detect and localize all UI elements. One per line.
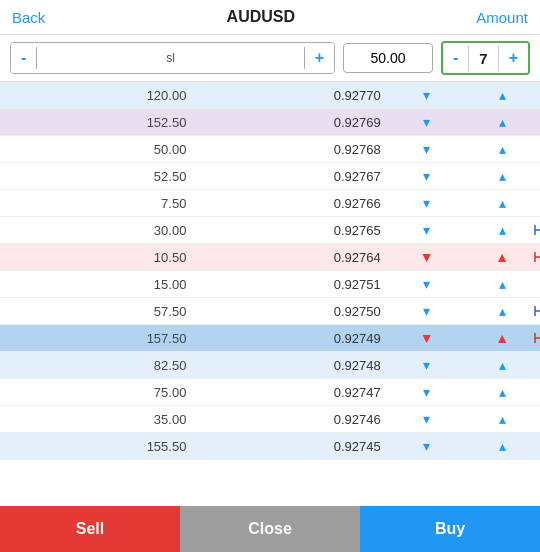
amount-cell: 50.00 [0, 136, 194, 163]
sl-plus-button[interactable]: + [305, 43, 334, 73]
page-title: AUDUSD [227, 8, 295, 26]
amount-value: 7 [468, 46, 498, 71]
up-arrow-cell[interactable]: ▴ [464, 136, 540, 163]
up-arrow-cell[interactable]: ▴ [464, 352, 540, 379]
table-row: 152.50 0.92769 ▾ ▴ [0, 109, 540, 136]
up-arrow-cell[interactable]: ▴ [464, 190, 540, 217]
table-row: 82.50 0.92748 ▾ ▴ [0, 352, 540, 379]
price-cell: 0.92748 [194, 352, 388, 379]
price-cell: 0.92764 [194, 244, 388, 271]
table-row: 15.00 0.92751 ▾ ▴ [0, 271, 540, 298]
price-cell: 0.92746 [194, 406, 388, 433]
price-cell: 0.92751 [194, 271, 388, 298]
table-row: 155.50 0.92745 ▾ ▴ [0, 433, 540, 460]
table-row: 50.00 0.92768 ▾ ▴ [0, 136, 540, 163]
price-cell: 0.92768 [194, 136, 388, 163]
down-arrow-cell[interactable]: ▼ [389, 244, 465, 271]
price-cell: 0.92770 [194, 82, 388, 109]
content-area: 120.00 0.92770 ▾ ▴ 152.50 0.92769 ▾ ▴ 50… [0, 82, 540, 510]
table-row: 157.50 0.92749 ▼ ▲ [0, 325, 540, 352]
up-arrow-cell[interactable]: ▴ [464, 82, 540, 109]
price-table: 120.00 0.92770 ▾ ▴ 152.50 0.92769 ▾ ▴ 50… [0, 82, 540, 460]
table-row: 57.50 0.92750 ▾ ▴ [0, 298, 540, 325]
sl-minus-button[interactable]: - [11, 43, 36, 73]
down-arrow-cell[interactable]: ▾ [389, 163, 465, 190]
table-row: 10.50 0.92764 ▼ ▲ [0, 244, 540, 271]
table-row: 30.00 0.92765 ▾ ▴ [0, 217, 540, 244]
amount-cell: 157.50 [0, 325, 194, 352]
down-arrow-cell[interactable]: ▾ [389, 406, 465, 433]
up-arrow-cell[interactable]: ▴ [464, 379, 540, 406]
amount-control: - 7 + [441, 41, 530, 75]
amount-cell: 155.50 [0, 433, 194, 460]
price-cell: 0.92750 [194, 298, 388, 325]
table-row: 52.50 0.92767 ▾ ▴ [0, 163, 540, 190]
amount-cell: 10.50 [0, 244, 194, 271]
table-row: 7.50 0.92766 ▾ ▴ [0, 190, 540, 217]
price-cell: 0.92767 [194, 163, 388, 190]
down-arrow-cell[interactable]: ▼ [389, 325, 465, 352]
down-arrow-cell[interactable]: ▾ [389, 379, 465, 406]
amount-cell: 35.00 [0, 406, 194, 433]
price-cell: 0.92769 [194, 109, 388, 136]
down-arrow-cell[interactable]: ▾ [389, 136, 465, 163]
price-cell: 0.92747 [194, 379, 388, 406]
footer: Sell Close Buy [0, 506, 540, 552]
amount-cell: 30.00 [0, 217, 194, 244]
up-arrow-cell[interactable]: ▲ [464, 244, 540, 271]
amount-link[interactable]: Amount [476, 9, 528, 26]
up-arrow-cell[interactable]: ▴ [464, 109, 540, 136]
up-arrow-cell[interactable]: ▴ [464, 406, 540, 433]
price-cell: 0.92749 [194, 325, 388, 352]
amount-plus-button[interactable]: + [499, 43, 528, 73]
down-arrow-cell[interactable]: ▾ [389, 217, 465, 244]
down-arrow-cell[interactable]: ▾ [389, 298, 465, 325]
down-arrow-cell[interactable]: ▾ [389, 433, 465, 460]
down-arrow-cell[interactable]: ▾ [389, 352, 465, 379]
table-row: 35.00 0.92746 ▾ ▴ [0, 406, 540, 433]
amount-minus-button[interactable]: - [443, 43, 468, 73]
close-button[interactable]: Close [180, 506, 360, 552]
price-cell: 0.92766 [194, 190, 388, 217]
sl-control: - sl + [10, 42, 335, 74]
down-arrow-cell[interactable]: ▾ [389, 190, 465, 217]
controls-row: - sl + - 7 + [0, 35, 540, 82]
back-button[interactable]: Back [12, 9, 45, 26]
amount-cell: 52.50 [0, 163, 194, 190]
amount-cell: 7.50 [0, 190, 194, 217]
price-cell: 0.92745 [194, 433, 388, 460]
amount-cell: 152.50 [0, 109, 194, 136]
price-input[interactable] [343, 43, 433, 73]
up-arrow-cell[interactable]: ▴ [464, 217, 540, 244]
down-arrow-cell[interactable]: ▾ [389, 271, 465, 298]
up-arrow-cell[interactable]: ▲ [464, 325, 540, 352]
up-arrow-cell[interactable]: ▴ [464, 163, 540, 190]
table-row: 75.00 0.92747 ▾ ▴ [0, 379, 540, 406]
header: Back AUDUSD Amount [0, 0, 540, 35]
price-cell: 0.92765 [194, 217, 388, 244]
up-arrow-cell[interactable]: ▴ [464, 298, 540, 325]
down-arrow-cell[interactable]: ▾ [389, 109, 465, 136]
table-row: 120.00 0.92770 ▾ ▴ [0, 82, 540, 109]
up-arrow-cell[interactable]: ▴ [464, 271, 540, 298]
sell-button[interactable]: Sell [0, 506, 180, 552]
down-arrow-cell[interactable]: ▾ [389, 82, 465, 109]
amount-cell: 82.50 [0, 352, 194, 379]
buy-button[interactable]: Buy [360, 506, 540, 552]
amount-cell: 120.00 [0, 82, 194, 109]
sl-value: sl [36, 47, 304, 69]
up-arrow-cell[interactable]: ▴ [464, 433, 540, 460]
amount-cell: 15.00 [0, 271, 194, 298]
amount-cell: 57.50 [0, 298, 194, 325]
amount-cell: 75.00 [0, 379, 194, 406]
